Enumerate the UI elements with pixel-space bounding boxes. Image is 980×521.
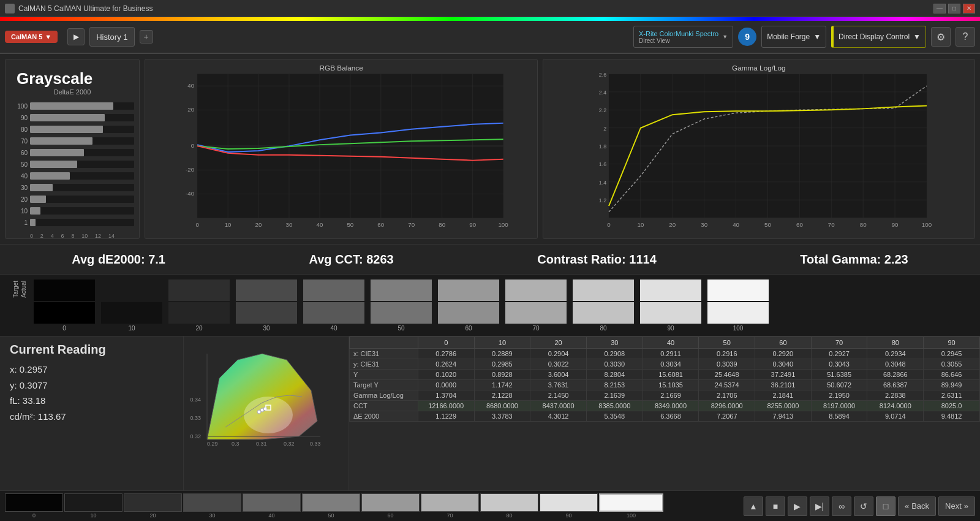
back-button[interactable]: « Back — [898, 496, 936, 516]
spectro-selector[interactable]: X-Rite ColorMunki Spectro Direct View ▼ — [633, 26, 733, 48]
svg-text:60: 60 — [377, 221, 384, 228]
bottom-swatch[interactable]: 90 — [540, 493, 598, 519]
bottom-swatch-label: 0 — [32, 512, 36, 519]
table-cell: 8437.0000 — [530, 401, 587, 411]
play-button[interactable]: ▶ — [788, 496, 807, 516]
svg-text:2.6: 2.6 — [599, 72, 606, 78]
table-cell: 9.4812 — [924, 411, 980, 422]
main-content: Grayscale DeltaE 2000 100 90 80 70 60 — [0, 54, 980, 521]
next-label: Next — [945, 501, 962, 511]
reading-values: x: 0.2957 y: 0.3077 fL: 33.18 cd/m²: 113… — [10, 362, 173, 424]
bottom-swatch[interactable]: 0 — [5, 493, 63, 519]
svg-text:0.34: 0.34 — [190, 397, 201, 403]
minimize-button[interactable]: — — [933, 4, 946, 13]
table-cell: 51.6385 — [811, 370, 867, 380]
bar-fill — [30, 219, 36, 226]
swatch-number: 40 — [330, 325, 337, 332]
table-cell: 0.2916 — [699, 349, 755, 359]
bottom-swatch[interactable]: 30 — [183, 493, 241, 519]
bottom-swatch[interactable]: 50 — [302, 493, 360, 519]
bar-label: 100 — [10, 103, 28, 110]
bottom-swatch[interactable]: 60 — [361, 493, 420, 519]
gamma-panel: Gamma Log/Log — [543, 59, 975, 239]
bottom-swatch-box — [421, 493, 479, 512]
reading-fl: fL: 33.18 — [10, 393, 173, 409]
bottom-swatch[interactable]: 40 — [243, 493, 301, 519]
next-button[interactable]: Next » — [938, 496, 975, 516]
swatch-col: 70 — [502, 280, 570, 332]
table-header-cell — [350, 337, 418, 349]
bottom-swatch-box — [64, 493, 123, 512]
next-next-icon: » — [964, 501, 968, 511]
svg-text:-20: -20 — [186, 166, 195, 173]
rgb-balance-panel: RGB Balance 40 — [145, 59, 538, 239]
swatch-actual — [505, 280, 567, 301]
play-button[interactable]: ▶ — [67, 28, 85, 45]
swatch-actual — [707, 280, 769, 301]
table-cell: 9.0714 — [867, 411, 924, 422]
bar-fill — [30, 207, 40, 215]
svg-text:2: 2 — [604, 126, 607, 132]
swatch-col: 60 — [435, 280, 502, 332]
close-button[interactable]: ✕ — [963, 4, 975, 13]
bar-fill — [30, 184, 53, 191]
svg-text:60: 60 — [796, 221, 803, 228]
table-cell: 1.1229 — [418, 411, 474, 422]
loop-button[interactable]: ∞ — [832, 496, 851, 516]
maximize-button[interactable]: □ — [948, 4, 960, 13]
bottom-swatch-label: 40 — [268, 512, 274, 519]
bottom-swatch-label: 30 — [209, 512, 215, 519]
swatch-number: 60 — [465, 325, 472, 332]
bottom-section: Current Reading x: 0.2957 y: 0.3077 fL: … — [0, 336, 980, 490]
table-cell: 2.2838 — [867, 390, 924, 401]
bottom-swatch[interactable]: 70 — [421, 493, 479, 519]
table-cell: 15.6081 — [643, 370, 699, 380]
svg-text:1.2: 1.2 — [599, 197, 606, 203]
bottom-swatches-container: 0 10 20 30 40 50 60 70 80 90 — [5, 493, 663, 519]
deltae-bar-chart: 100 90 80 70 60 50 — [10, 98, 134, 233]
swatch-col: 50 — [368, 280, 435, 332]
settings-button[interactable]: ⚙ — [931, 27, 951, 47]
swatch-number: 100 — [733, 325, 744, 332]
refresh-button[interactable]: ↺ — [854, 496, 873, 516]
table-cell: 89.949 — [924, 380, 980, 390]
bottom-swatch-label: 100 — [627, 512, 636, 519]
bottom-swatch[interactable]: 20 — [124, 493, 182, 519]
stop-button[interactable]: ■ — [766, 496, 785, 516]
bar-fill — [30, 196, 46, 203]
svg-text:40: 40 — [187, 82, 194, 89]
bar-fill — [30, 149, 84, 156]
swatch-col: 40 — [300, 280, 368, 332]
mobile-forge-selector[interactable]: Mobile Forge ▼ — [761, 26, 826, 48]
bottom-swatch-box — [361, 493, 420, 512]
table-cell: 8.2804 — [586, 370, 643, 380]
stats-row: Avg dE2000: 7.1 Avg CCT: 8263 Contrast R… — [0, 244, 980, 275]
up-icon[interactable]: ▲ — [744, 496, 763, 516]
display-selector[interactable]: Direct Display Control ▼ — [831, 26, 926, 48]
bar-label: 70 — [10, 138, 28, 145]
table-cell: 15.1035 — [643, 380, 699, 390]
gamma-stat: Total Gamma: 2.23 — [800, 253, 908, 267]
bottom-swatch[interactable]: 80 — [480, 493, 538, 519]
table-cell: 1.3704 — [418, 390, 474, 401]
help-button[interactable]: ? — [956, 27, 975, 47]
bottom-swatch[interactable]: 10 — [64, 493, 123, 519]
bar-track — [30, 172, 134, 180]
swatches-container: 0 10 20 30 40 50 60 70 — [31, 280, 968, 332]
history-tab[interactable]: History 1 — [89, 27, 134, 47]
bottom-swatch-label: 90 — [565, 512, 571, 519]
bar-track — [30, 114, 134, 121]
square-active-button[interactable]: □ — [876, 496, 895, 516]
table-cell: 3.6004 — [530, 370, 587, 380]
next-frame-button[interactable]: ▶| — [810, 496, 829, 516]
calman-logo[interactable]: CalMAN 5 ▼ — [5, 31, 58, 43]
table-cell: 8197.0000 — [811, 401, 867, 411]
table-cell: 12166.0000 — [418, 401, 474, 411]
table-cell: 0.1020 — [418, 370, 474, 380]
logo-arrow: ▼ — [45, 33, 51, 40]
table-cell: 6.3668 — [643, 411, 699, 422]
add-tab-button[interactable]: + — [140, 30, 153, 44]
bottom-swatch[interactable]: 100 — [599, 493, 663, 519]
table-row-label: ΔE 2000 — [350, 411, 418, 422]
table-header-cell: 70 — [811, 337, 867, 349]
